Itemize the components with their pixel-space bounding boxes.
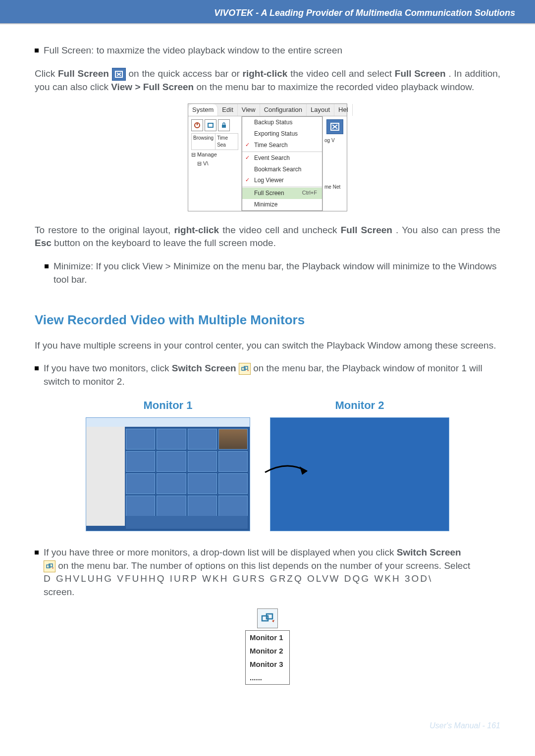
switch-screen-dropdown: Monitor 1 Monitor 2 Monitor 3 ......	[245, 608, 290, 685]
menu-tab-configuration[interactable]: Configuration	[260, 104, 307, 116]
page-content: Full Screen: to maxmize the video playba…	[0, 24, 535, 685]
menu-left-panel: Browsing Time Sea ⊟ Manage ⊟ V\	[188, 116, 242, 210]
header-text: VIVOTEK - A Leading Provider of Multimed…	[214, 8, 515, 18]
switch-screen-button-icon[interactable]	[257, 608, 278, 628]
bullet-text: Minimize: If you click View > Minimize o…	[54, 260, 500, 286]
dd-time-search[interactable]: ✓Time Search	[242, 140, 322, 151]
bullet-two-monitors: If you have two monitors, click Switch S…	[35, 362, 500, 388]
monitors-diagram: Monitor 1 Monitor 2	[35, 398, 500, 531]
bullet-full-screen: Full Screen: to maxmize the video playba…	[35, 44, 500, 57]
fullscreen-toolbar-icon[interactable]	[326, 119, 343, 134]
t-bold: Esc	[35, 238, 52, 248]
tree-row[interactable]: ⊟ V\	[191, 160, 238, 167]
t-bold: right-click	[243, 68, 288, 79]
t: on the quick access bar or	[128, 68, 242, 79]
switch-option-monitor-2[interactable]: Monitor 2	[246, 644, 289, 657]
monitor-2-label: Monitor 2	[270, 398, 449, 413]
t-bold: Full Screen	[58, 68, 109, 79]
bullet-marker	[45, 264, 49, 268]
svg-rect-11	[244, 366, 248, 369]
right-text2: me Net	[324, 184, 345, 191]
para-click-fullscreen: Click Full Screen on the quick access ba…	[35, 67, 500, 94]
section-heading-multi-monitors: View Recorded Video with Multiple Monito…	[35, 311, 500, 329]
left-tab-timesearch[interactable]: Time Sea	[215, 134, 238, 150]
t-bold: Full Screen	[395, 68, 446, 79]
bullet-minimize: Minimize: If you click View > Minimize o…	[45, 260, 500, 286]
bullet-three-monitors: If you have three or more monitors, a dr…	[35, 546, 500, 599]
menu-screenshot: System Edit View Configuration Layout He…	[188, 103, 347, 211]
dd-minimize[interactable]: Minimize	[242, 199, 322, 210]
toolbar-power-icon[interactable]	[191, 119, 203, 131]
header-bar: VIVOTEK - A Leading Provider of Multimed…	[0, 0, 535, 24]
switch-list: Monitor 1 Monitor 2 Monitor 3 ......	[245, 630, 290, 685]
t-bold: right-click	[174, 225, 219, 235]
menu-tab-view[interactable]: View	[238, 104, 260, 116]
menu-tab-edit[interactable]: Edit	[218, 104, 237, 116]
switch-option-monitor-3[interactable]: Monitor 3	[246, 657, 289, 671]
svg-rect-13	[49, 564, 53, 567]
dd-exporting-status[interactable]: Exporting Status	[242, 128, 322, 140]
monitor-1-label: Monitor 1	[86, 398, 250, 413]
svg-rect-10	[242, 367, 245, 370]
right-text: og V	[324, 137, 345, 144]
dd-log-viewer[interactable]: ✓Log Viewer	[242, 175, 322, 186]
footer-label: User's Manual -	[429, 721, 487, 730]
t: Click	[35, 68, 58, 79]
bullet-text: Full Screen: to maxmize the video playba…	[44, 44, 500, 57]
switch-screen-icon	[239, 363, 251, 375]
arrow-icon	[263, 462, 322, 482]
svg-rect-5	[208, 123, 213, 127]
toolbar-lock-icon[interactable]	[218, 119, 230, 131]
fullscreen-icon	[112, 68, 126, 81]
menu-tab-help[interactable]: Hel	[334, 104, 353, 116]
switch-option-more: ......	[246, 671, 289, 684]
para-multi-desc: If you have multiple screens in your con…	[35, 339, 500, 353]
view-dropdown: Backup Status Exporting Status ✓Time Sea…	[242, 116, 322, 210]
t-bold: Full Screen	[341, 225, 392, 235]
t: button on the keyboard to leave the full…	[54, 238, 276, 248]
page-footer: User's Manual - 161	[429, 721, 500, 730]
left-tab-browsing[interactable]: Browsing	[192, 134, 215, 150]
monitor-1-screen	[86, 417, 250, 531]
bullet-text: If you have two monitors, click Switch S…	[44, 362, 500, 388]
bullet-marker	[35, 49, 39, 52]
t: To restore to the original layout,	[35, 225, 174, 235]
footer-page-number: 161	[487, 721, 500, 730]
dd-backup-status[interactable]: Backup Status	[242, 117, 322, 128]
menu-tab-layout[interactable]: Layout	[307, 104, 334, 116]
switch-option-monitor-1[interactable]: Monitor 1	[246, 631, 289, 644]
t-bold: View > Full Screen	[111, 82, 194, 92]
dd-bookmark-search[interactable]: Bookmark Search	[242, 164, 322, 175]
t: on the menu bar to maximize the recorded…	[197, 82, 475, 92]
para-restore: To restore to the original layout, right…	[35, 224, 500, 250]
bullet-text: If you have three or more monitors, a dr…	[44, 546, 500, 599]
menu-tab-bar: System Edit View Configuration Layout He…	[188, 104, 347, 116]
menu-right-panel: og V me Net	[322, 116, 347, 210]
t: . You also can press the	[396, 225, 500, 235]
svg-rect-6	[222, 125, 226, 128]
svg-rect-12	[47, 565, 50, 568]
dd-event-search[interactable]: ✓Event Search	[242, 152, 322, 164]
bullet-marker	[35, 551, 39, 554]
tree-row[interactable]: ⊟ Manage	[191, 151, 238, 158]
dd-full-screen[interactable]: Full ScreenCtrl+F	[242, 188, 322, 199]
t: the video cell and uncheck	[222, 225, 340, 235]
toolbar-screen-icon[interactable]	[205, 119, 216, 131]
bullet-marker	[35, 366, 39, 370]
t: the video cell and select	[290, 68, 395, 79]
menu-tab-system[interactable]: System	[188, 104, 218, 116]
switch-screen-icon	[44, 560, 55, 572]
